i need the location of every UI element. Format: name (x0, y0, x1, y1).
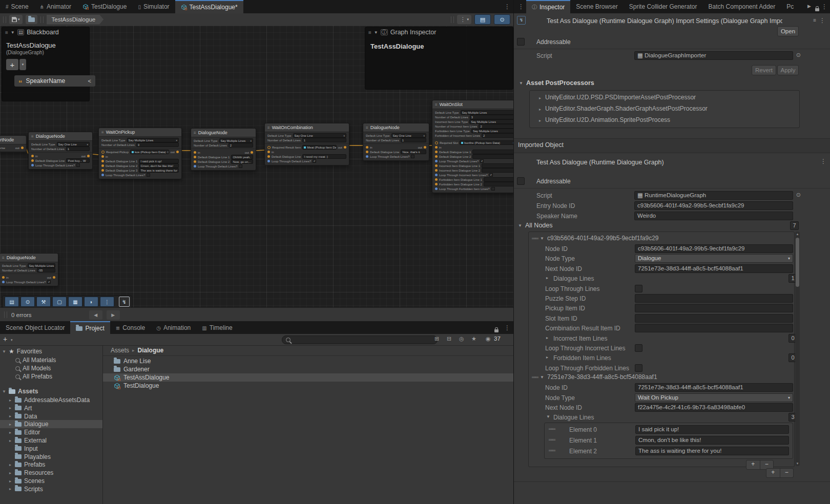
port-icon[interactable] (435, 160, 438, 162)
graph-node-dialoguenode[interactable]: ≡DialogueNodeDefault Line TypeSay Multip… (191, 128, 256, 171)
port-icon[interactable] (435, 146, 438, 149)
tree-item-playables[interactable]: Playables (0, 453, 102, 461)
port-icon[interactable] (435, 187, 438, 190)
tree-item-scripts[interactable]: ▸Scripts (0, 485, 102, 493)
apply-button[interactable]: Apply (777, 65, 799, 75)
tab-scroll-right-icon[interactable]: ▶ (807, 4, 811, 9)
drag-handle-icon[interactable]: ══ (549, 437, 555, 443)
graph-tool-button-6[interactable]: ⋮ (100, 297, 114, 307)
line-value[interactable] (472, 150, 513, 154)
port-icon[interactable] (435, 141, 438, 144)
property-value[interactable] (635, 324, 793, 332)
port-icon[interactable] (435, 169, 438, 172)
node-header[interactable]: ≡WaitOnSlot (432, 100, 513, 109)
bottom-tab-timeline[interactable]: ▥Timeline (196, 321, 238, 334)
object-field[interactable]: Meat (Pickup Item Data)⊙ (302, 145, 336, 150)
field-value[interactable]: 2 (482, 133, 513, 138)
property-checkbox[interactable] (635, 364, 642, 372)
graph-tool-button-0[interactable]: ▤ (5, 297, 19, 307)
out-port[interactable]: out (81, 155, 90, 158)
port-icon[interactable] (194, 156, 196, 158)
port-icon[interactable] (267, 155, 270, 158)
property-checkbox[interactable] (635, 285, 642, 292)
node-header[interactable]: ≡DialogueNode (0, 254, 58, 262)
tree-item-all-prefabs[interactable]: All Prefabs (0, 372, 102, 381)
port-icon[interactable] (2, 276, 5, 279)
tree-item-art[interactable]: ▸Art (0, 404, 102, 412)
port-icon[interactable] (366, 151, 368, 153)
debug-mode-button[interactable]: ↯ (517, 16, 526, 25)
object-field[interactable]: kos (Pickup Item Data)⊙ (130, 150, 169, 154)
node-entry-header[interactable]: ══▼c93b5606-401f-49a2-99b5-9ecbf1fa9c29 (529, 234, 794, 243)
checkbox[interactable] (491, 187, 495, 191)
add-variable-button[interactable]: + (6, 59, 18, 70)
speaker-name-field[interactable]: Weirdo (634, 212, 793, 220)
foldout-arrow-icon[interactable]: ▼ (374, 30, 378, 35)
collapse-icon[interactable]: < (88, 78, 91, 84)
field-value[interactable]: Say One Line▾ (391, 133, 426, 138)
graph-node-dialoguenode[interactable]: ≡DialogueNodeDefault Line TypeSay One Li… (363, 123, 429, 161)
element-value[interactable]: Cmon, don't be like this! (635, 436, 789, 445)
property-value[interactable]: 7251e73e-38d3-44ff-a8c5-bcf54088aaf1 (635, 383, 793, 392)
graph-node-dialoguenode[interactable]: ≡DialogueNodeDefault Line TypeSay One Li… (28, 132, 93, 170)
property-value[interactable] (635, 314, 793, 323)
checkbox[interactable] (239, 164, 242, 168)
port-icon[interactable] (2, 281, 5, 283)
tree-item-all-models[interactable]: All Models (0, 364, 102, 372)
foldout-arrow-icon[interactable]: ▼ (540, 236, 544, 241)
graph-canvas[interactable]: ≡ ▼ ▤ Blackboard TestAssDialogue (Dialog… (0, 26, 513, 307)
foldout-arrow-icon[interactable]: ▼ (519, 81, 523, 86)
port-icon[interactable] (435, 174, 438, 176)
field-value[interactable]: 3 (470, 115, 513, 119)
toolbar-grip[interactable] (40, 16, 44, 23)
breadcrumb-current[interactable]: Dialogue (138, 347, 164, 354)
port-icon[interactable] (435, 151, 438, 153)
checkbox[interactable]: ✓ (47, 280, 51, 284)
scrollbar-thumb[interactable] (796, 238, 799, 287)
field-value[interactable]: 1 (401, 138, 426, 142)
field-value[interactable]: Say Multiple Lines▾ (219, 138, 253, 143)
window-tab-testassdialogue[interactable]: {}TestAssDialogue* (175, 0, 243, 13)
graph-tool-button-3[interactable]: ▢ (52, 297, 67, 307)
foldout-arrow-icon[interactable]: ▸ (8, 422, 12, 427)
checkbox[interactable]: ✓ (313, 159, 316, 163)
tree-item-addressableassetsdata[interactable]: ▸AddressableAssetsData (0, 396, 102, 404)
foldout-arrow-icon[interactable]: ▼ (2, 349, 6, 354)
graph-debug-button[interactable]: ↯ (119, 297, 130, 307)
foldout-arrow-icon[interactable]: ▼ (540, 375, 544, 380)
tree-item-all-materials[interactable]: All Materials (0, 356, 102, 364)
postprocessor-item[interactable]: ▸UnityEditor.U2D.Animation.SpritePostPro… (538, 116, 670, 123)
field-value[interactable]: Say Multiple Lines▾ (469, 119, 513, 124)
toolbar-options-button[interactable]: ⋮▾ (457, 15, 471, 24)
previous-error-button[interactable]: ◀ (89, 310, 102, 320)
search-by-label-icon[interactable]: ⊟ (447, 335, 451, 342)
toolbar-grip[interactable] (3, 16, 6, 23)
tree-item-editor[interactable]: ▸Editor (0, 428, 102, 436)
search-by-type-icon[interactable]: ⊞ (434, 335, 439, 342)
field-value[interactable]: -55 (37, 268, 55, 272)
drag-handle-icon[interactable]: ══ (549, 426, 555, 432)
node-header[interactable]: ≡WaitOnCombination (265, 123, 349, 132)
script-field[interactable]: ▦ RuntimeDialogueGraph (634, 191, 793, 200)
field-value[interactable]: Say Multiple Lines▾ (471, 129, 513, 133)
port-icon[interactable] (101, 174, 104, 176)
port-icon[interactable] (194, 160, 196, 163)
graph-inspector-panel[interactable]: ≡ ▼ ⓘ Graph Inspector TestAssDialogue (365, 27, 513, 90)
postprocessors-title[interactable]: Asset PostProcessors (526, 79, 594, 87)
property-value[interactable]: c93b5606-401f-49a2-99b5-9ecbf1fa9c29 (635, 244, 793, 253)
search-by-version-icon[interactable]: ◎ (459, 335, 464, 342)
field-value[interactable]: 2 (479, 124, 513, 129)
foldout-arrow-icon[interactable]: ▸ (8, 463, 12, 467)
graph-breadcrumb[interactable]: TestAssDialogue (47, 15, 104, 25)
create-asset-dropdown-icon[interactable]: ▾ (11, 338, 13, 342)
property-checkbox[interactable] (635, 344, 642, 352)
drag-handle-icon[interactable]: ══ (532, 236, 538, 241)
foldout-arrow-icon[interactable]: ▸ (8, 430, 12, 435)
imported-menu-icon[interactable]: ⋮ (820, 158, 826, 165)
node-connection-wire[interactable] (255, 150, 265, 151)
bottom-tab-project[interactable]: Project (70, 321, 110, 334)
line-value[interactable] (482, 168, 513, 173)
postprocessor-item[interactable]: ▸UnityEditor.ShaderGraph.ShaderGraphAsse… (538, 105, 708, 112)
add-element-button[interactable]: + (746, 460, 760, 469)
foldout-arrow-icon[interactable]: ▸ (8, 438, 12, 443)
